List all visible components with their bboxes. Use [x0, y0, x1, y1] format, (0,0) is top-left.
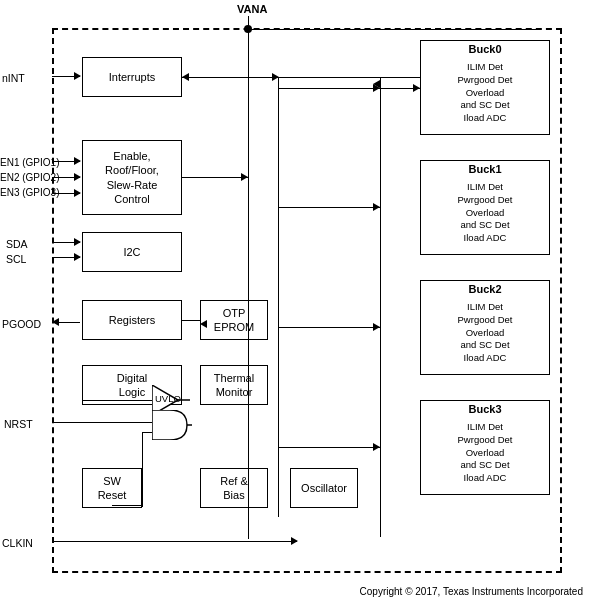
sda-label: SDA	[6, 238, 28, 250]
nrst-label: NRST	[4, 418, 33, 430]
buck0-title: Buck0	[421, 43, 549, 55]
en2-label: EN2 (GPIO2)	[0, 170, 59, 185]
buck2-content: ILIM Det Pwrgood Det Overload and SC Det…	[421, 301, 549, 365]
buck3-block: Buck3 ILIM Det Pwrgood Det Overload and …	[420, 400, 550, 495]
nint-label: nINT	[2, 72, 25, 84]
en2-arrow	[74, 173, 81, 181]
oscillator-block: Oscillator	[290, 468, 358, 508]
sw-reset-line	[112, 505, 142, 506]
buck1-content: ILIM Det Pwrgood Det Overload and SC Det…	[421, 181, 549, 245]
thermal-monitor-block: Thermal Monitor	[200, 365, 268, 405]
clkin-arrow	[291, 537, 298, 545]
ref-bias-block: Ref & Bias	[200, 468, 268, 508]
sw-to-andgate-v	[142, 432, 143, 507]
buck0-content: ILIM Det Pwrgood Det Overload and SC Det…	[421, 61, 549, 125]
copyright-text: Copyright © 2017, Texas Instruments Inco…	[360, 586, 583, 597]
registers-block: Registers	[82, 300, 182, 340]
registers-label: Registers	[109, 313, 155, 327]
digital-logic-label: Digital Logic	[117, 371, 148, 400]
buck3-title: Buck3	[421, 403, 549, 415]
buck0-sc: and SC Det	[421, 99, 549, 112]
buck2-iload: Iload ADC	[421, 352, 549, 365]
uvlo-label: UVLO	[155, 393, 181, 404]
buck1-block: Buck1 ILIM Det Pwrgood Det Overload and …	[420, 160, 550, 255]
buck0-ilim: ILIM Det	[421, 61, 549, 74]
buck2-sc: and SC Det	[421, 339, 549, 352]
enable-label: Enable, Roof/Floor, Slew-Rate Control	[105, 149, 159, 206]
buck2-overload: Overload	[421, 327, 549, 340]
buck0-pwrgood: Pwrgood Det	[421, 74, 549, 87]
nrst-to-andgate	[122, 422, 152, 423]
buck0-arrow	[413, 84, 420, 92]
i2c-label: I2C	[123, 245, 140, 259]
en1-arrow	[74, 157, 81, 165]
diagram: Copyright © 2017, Texas Instruments Inco…	[0, 0, 591, 603]
buck2-block: Buck2 ILIM Det Pwrgood Det Overload and …	[420, 280, 550, 375]
clkin-line	[52, 541, 297, 542]
nrst-line	[52, 422, 122, 423]
buck3-pwrgood: Pwrgood Det	[421, 434, 549, 447]
oscillator-label: Oscillator	[301, 481, 347, 495]
buck1-overload: Overload	[421, 207, 549, 220]
interrupts-block: Interrupts	[82, 57, 182, 97]
buck2-title: Buck2	[421, 283, 549, 295]
buck3-iload: Iload ADC	[421, 472, 549, 485]
buck0-overload: Overload	[421, 87, 549, 100]
buck3-sc: and SC Det	[421, 459, 549, 472]
buck1-pwrgood: Pwrgood Det	[421, 194, 549, 207]
h-bus-top	[278, 77, 380, 78]
interrupts-line-right	[182, 77, 248, 78]
nint-arrow	[74, 72, 81, 80]
i2c-block: I2C	[82, 232, 182, 272]
to-buck3-h	[278, 447, 380, 448]
scl-label: SCL	[6, 253, 26, 265]
otp-registers-line	[182, 320, 200, 321]
and-gate-symbol	[152, 410, 192, 440]
en-labels: EN1 (GPIO1) EN2 (GPIO2) EN3 (GPIO3)	[0, 155, 59, 200]
sda-arrow	[74, 238, 81, 246]
buck2-pwrgood: Pwrgood Det	[421, 314, 549, 327]
buck3-overload: Overload	[421, 447, 549, 460]
buck0-block: Buck0 ILIM Det Pwrgood Det Overload and …	[420, 40, 550, 135]
buck0-iload: Iload ADC	[421, 112, 549, 125]
to-buck1-arrow	[373, 203, 380, 211]
sw-reset-label: SW Reset	[98, 474, 127, 503]
sw-reset-block: SW Reset	[82, 468, 142, 508]
to-buck3-arrow	[373, 443, 380, 451]
enable-to-bus	[182, 177, 248, 178]
buck1-sc: and SC Det	[421, 219, 549, 232]
enable-block: Enable, Roof/Floor, Slew-Rate Control	[82, 140, 182, 215]
scl-arrow	[74, 253, 81, 261]
buck-bus-v	[380, 77, 381, 537]
interrupts-label: Interrupts	[109, 70, 155, 84]
buck0-h-line-top	[380, 77, 420, 78]
buck0-fb-arrow	[373, 80, 380, 88]
buck3-content: ILIM Det Pwrgood Det Overload and SC Det…	[421, 421, 549, 485]
otp-eprom-block: OTP EPROM	[200, 300, 268, 340]
buck1-title: Buck1	[421, 163, 549, 175]
en3-label: EN3 (GPIO3)	[0, 185, 59, 200]
pgood-arrow	[52, 318, 59, 326]
clkin-label: CLKIN	[2, 537, 33, 549]
uvlo-input-line	[82, 400, 152, 401]
buck2-ilim: ILIM Det	[421, 301, 549, 314]
right-inner-bus	[278, 77, 279, 517]
to-buck2-h	[278, 327, 380, 328]
to-buck2-arrow	[373, 323, 380, 331]
en1-label: EN1 (GPIO1)	[0, 155, 59, 170]
pgood-label: PGOOD	[2, 318, 41, 330]
main-v-bus	[248, 29, 249, 539]
en3-arrow	[74, 189, 81, 197]
buck3-ilim: ILIM Det	[421, 421, 549, 434]
enable-bus-arrow	[241, 173, 248, 181]
ref-bias-label: Ref & Bias	[220, 474, 248, 503]
otp-registers-arrow	[200, 320, 207, 328]
to-buck0-h	[278, 88, 380, 89]
buck1-ilim: ILIM Det	[421, 181, 549, 194]
vana-label: VANA	[237, 3, 267, 15]
vana-h-line	[248, 29, 538, 30]
to-buck1-h	[278, 207, 380, 208]
sw-to-andgate-h	[142, 432, 152, 433]
buck1-iload: Iload ADC	[421, 232, 549, 245]
